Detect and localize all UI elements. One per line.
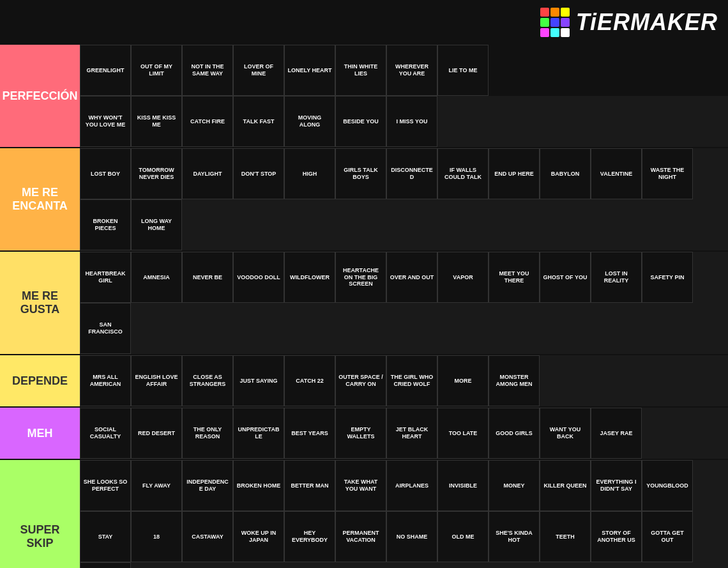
- song-best-years[interactable]: BEST YEARS: [284, 408, 335, 459]
- song-story-of-another-us[interactable]: STORY OF ANOTHER US: [591, 511, 642, 562]
- song-castaway[interactable]: CASTAWAY: [182, 511, 233, 562]
- song-airplanes[interactable]: AIRPLANES: [386, 460, 437, 511]
- song-gotta-get-out[interactable]: GOTTA GET OUT: [642, 511, 693, 562]
- song-greenlight[interactable]: GREENLIGHT: [80, 45, 131, 96]
- song-long-way-home[interactable]: LONG WAY HOME: [131, 199, 182, 250]
- song-broken-home[interactable]: BROKEN HOME: [233, 460, 284, 511]
- song-moving-along[interactable]: MOVING ALONG: [284, 96, 335, 147]
- tier-content-super-skip: SHE LOOKS SO PERFECT FLY AWAY INDEPENDEN…: [80, 460, 728, 568]
- song-shes-kinda-hot[interactable]: SHE'S KINDA HOT: [489, 511, 540, 562]
- song-independence-day[interactable]: INDEPENDENCE DAY: [182, 460, 233, 511]
- logo-text: TiERMAKER: [576, 9, 718, 36]
- song-woke-up-in-japan[interactable]: WOKE UP IN JAPAN: [233, 511, 284, 562]
- song-teeth[interactable]: TEETH: [540, 511, 591, 562]
- song-over-and-out[interactable]: OVER AND OUT: [386, 252, 437, 303]
- song-she-looks-so-perfect[interactable]: SHE LOOKS SO PERFECT: [80, 460, 131, 511]
- logo-cell-3: [561, 8, 570, 17]
- song-lover-of-mine[interactable]: LOVER OF MINE: [233, 45, 284, 96]
- song-english-love-affair[interactable]: ENGLISH LOVE AFFAIR: [131, 355, 182, 406]
- logo-cell-2: [550, 8, 559, 17]
- song-old-me[interactable]: OLD ME: [437, 511, 489, 562]
- song-everything-i-didnt-say[interactable]: EVERYTHING I DIDN'T SAY: [591, 460, 642, 511]
- song-beside-you[interactable]: BESIDE YOU: [335, 96, 386, 147]
- song-valentine[interactable]: VALENTINE: [591, 148, 642, 199]
- song-thin-white-lies[interactable]: THIN WHITE LIES: [335, 45, 386, 96]
- song-youngblood[interactable]: YOUNGBLOOD: [642, 460, 693, 511]
- song-babylon[interactable]: BABYLON: [540, 148, 591, 199]
- song-permanent-vacation[interactable]: PERMANENT VACATION: [335, 511, 386, 562]
- song-good-girls[interactable]: GOOD GIRLS: [489, 408, 540, 459]
- song-tomorrow-never-dies[interactable]: TOMORROW NEVER DIES: [131, 148, 182, 199]
- song-disconnected[interactable]: DISCONNECTED: [386, 148, 437, 199]
- song-girls-talk-boys[interactable]: GIRLS TALK BOYS: [335, 148, 386, 199]
- song-mrs-all-american[interactable]: MRS ALL AMERICAN: [80, 355, 131, 406]
- song-san-francisco[interactable]: SAN FRANCISCO: [80, 303, 131, 354]
- song-too-late[interactable]: TOO LATE: [437, 408, 489, 459]
- song-daylight[interactable]: DAYLIGHT: [182, 148, 233, 199]
- song-unpredictable[interactable]: UNPREDICTABLE: [233, 408, 284, 459]
- logo-cell-6: [561, 18, 570, 27]
- song-heartache-on-the-big-screen[interactable]: HEARTACHE ON THE BIG SCREEN: [335, 252, 386, 303]
- song-ghost-of-you[interactable]: GHOST OF YOU: [540, 252, 591, 303]
- song-want-you-back[interactable]: WANT YOU BACK: [540, 408, 591, 459]
- song-catch-fire[interactable]: CATCH FIRE: [182, 96, 233, 147]
- song-the-girl-who-cried-wolf[interactable]: THE GIRL WHO CRIED WOLF: [386, 355, 437, 406]
- song-social-casualty[interactable]: SOCIAL CASUALTY: [80, 408, 131, 459]
- song-close-as-strangers[interactable]: CLOSE AS STRANGERS: [182, 355, 233, 406]
- song-wildflower[interactable]: WILDFLOWER: [284, 252, 335, 303]
- song-lost-boy[interactable]: LOST BOY: [80, 148, 131, 199]
- song-kiss-me-kiss-me[interactable]: KISS ME KISS ME: [131, 96, 182, 147]
- song-catch-22[interactable]: CATCH 22: [284, 355, 335, 406]
- song-outer-space-carry-on[interactable]: OUTER SPACE / CARRY ON: [335, 355, 386, 406]
- tier-row-super-skip: SUPER SKIP SHE LOOKS SO PERFECT FLY AWAY…: [0, 460, 728, 568]
- logo-cell-7: [540, 28, 549, 37]
- song-take-what-you-want[interactable]: TAKE WHAT YOU WANT: [335, 460, 386, 511]
- logo-cell-5: [550, 18, 559, 27]
- song-no-shame[interactable]: NO SHAME: [386, 511, 437, 562]
- song-lie-to-me[interactable]: LIE TO ME: [437, 45, 489, 96]
- song-jasey-rae[interactable]: JASEY RAE: [591, 408, 642, 459]
- song-money[interactable]: MONEY: [489, 460, 540, 511]
- tier-row-depende: DEPENDE MRS ALL AMERICAN ENGLISH LOVE AF…: [0, 355, 728, 408]
- song-18[interactable]: 18: [131, 511, 182, 562]
- song-waste-the-night[interactable]: WASTE THE NIGHT: [642, 148, 693, 199]
- song-wherever-you-are[interactable]: WHEREVER YOU ARE: [386, 45, 437, 96]
- song-not-in-the-same-way[interactable]: NOT IN THE SAME WAY: [182, 45, 233, 96]
- song-amnesia[interactable]: AMNESIA: [131, 252, 182, 303]
- song-fly-away[interactable]: FLY AWAY: [131, 460, 182, 511]
- tier-label-me-re-encanta: ME RE ENCANTA: [0, 148, 80, 250]
- song-i-miss-you[interactable]: I MISS YOU: [386, 96, 437, 147]
- song-lonely-heart[interactable]: LONELY HEART: [284, 45, 335, 96]
- song-jet-black-heart[interactable]: JET BLACK HEART: [386, 408, 437, 459]
- song-talk-fast[interactable]: TALK FAST: [233, 96, 284, 147]
- song-killer-queen[interactable]: KILLER QUEEN: [540, 460, 591, 511]
- song-more[interactable]: MORE: [437, 355, 489, 406]
- logo-grid: [540, 8, 570, 37]
- song-monster-among-men[interactable]: MONSTER AMONG MEN: [489, 355, 540, 406]
- song-easier[interactable]: EASIER: [80, 562, 131, 568]
- song-just-saying[interactable]: JUST SAYING: [233, 355, 284, 406]
- header: TiERMAKER: [0, 0, 728, 45]
- song-vapor[interactable]: VAPOR: [437, 252, 489, 303]
- tier-row-meh: MEH SOCIAL CASUALTY RED DESERT THE ONLY …: [0, 408, 728, 460]
- song-lost-in-reality[interactable]: LOST IN REALITY: [591, 252, 642, 303]
- song-why-wont-you-love-me[interactable]: WHY WON'T YOU LOVE ME: [80, 96, 131, 147]
- song-heartbreak-girl[interactable]: HEARTBREAK GIRL: [80, 252, 131, 303]
- song-dont-stop[interactable]: DON'T STOP: [233, 148, 284, 199]
- song-better-man[interactable]: BETTER MAN: [284, 460, 335, 511]
- song-invisible[interactable]: INVISIBLE: [437, 460, 489, 511]
- song-safety-pin[interactable]: SAFETY PIN: [642, 252, 693, 303]
- song-if-walls-could-talk[interactable]: IF WALLS COULD TALK: [437, 148, 489, 199]
- song-empty-wallets[interactable]: EMPTY WALLETS: [335, 408, 386, 459]
- song-out-of-my-limit[interactable]: OUT OF MY LIMIT: [131, 45, 182, 96]
- song-end-up-here[interactable]: END UP HERE: [489, 148, 540, 199]
- song-red-desert[interactable]: RED DESERT: [131, 408, 182, 459]
- song-stay[interactable]: STAY: [80, 511, 131, 562]
- song-hey-everybody[interactable]: HEY EVERYBODY: [284, 511, 335, 562]
- song-high[interactable]: HIGH: [284, 148, 335, 199]
- song-the-only-reason[interactable]: THE ONLY REASON: [182, 408, 233, 459]
- song-meet-you-there[interactable]: MEET YOU THERE: [489, 252, 540, 303]
- song-voodoo-doll[interactable]: VOODOO DOLL: [233, 252, 284, 303]
- song-broken-pieces[interactable]: BROKEN PIECES: [80, 199, 131, 250]
- song-never-be[interactable]: NEVER BE: [182, 252, 233, 303]
